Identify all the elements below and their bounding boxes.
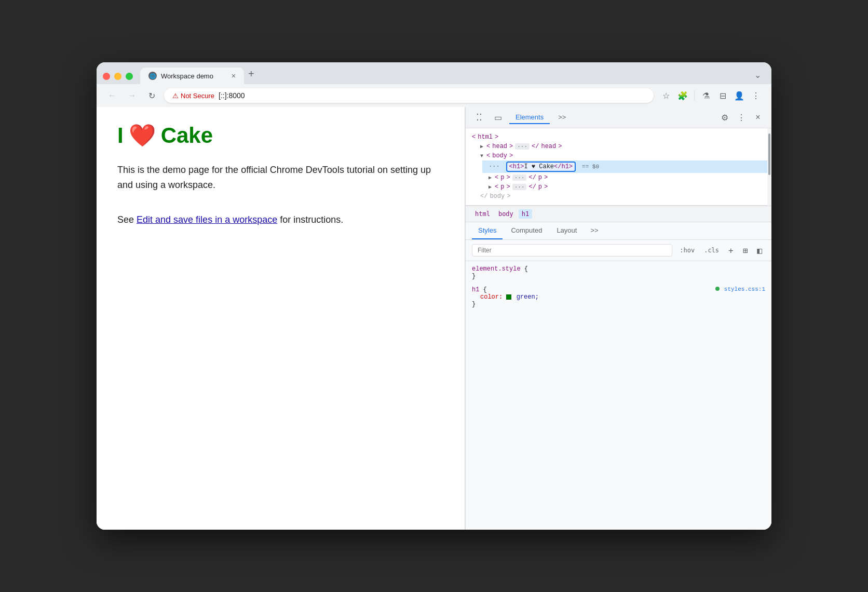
page-heading: I ❤️ Cake (117, 123, 444, 148)
h1-color-rule: color: green; (472, 293, 765, 301)
tree-row-html[interactable]: <html> (466, 132, 771, 142)
collapse-arrow-body: ▼ (480, 153, 483, 159)
hov-filter-button[interactable]: :hov (676, 246, 698, 255)
forward-button[interactable]: → (125, 88, 139, 103)
labs-button[interactable]: ⚗ (699, 88, 713, 103)
address-text: [::]:8000 (219, 91, 245, 100)
cursor-tool-button[interactable]: ⁚⁚ (472, 110, 486, 125)
devtools-more-icon: ⋮ (737, 113, 745, 123)
tab-favicon: 🌐 (148, 72, 157, 80)
collapse-arrow-p2: ▶ (489, 184, 492, 190)
ellipsis: ··· (515, 143, 530, 150)
devtools-more-button[interactable]: ⋮ (734, 110, 749, 125)
tree-row-body[interactable]: ▼ <body> (474, 151, 771, 160)
dom-badge: == $0 (582, 164, 599, 170)
tab-styles[interactable]: Styles (472, 222, 503, 239)
tree-row-p2[interactable]: ▶ <p> ··· </p> (482, 182, 771, 192)
workspace-link[interactable]: Edit and save files in a workspace (137, 214, 277, 225)
tab-layout[interactable]: Layout (550, 222, 583, 239)
window-controls (103, 73, 133, 84)
styles-filter-input[interactable] (472, 244, 672, 257)
cursor-icon: ⁚⁚ (476, 112, 482, 123)
tab-menu-button[interactable]: ⌄ (754, 70, 765, 84)
stylesheet-button[interactable]: ⊞ (740, 245, 751, 257)
scroll-thumb (768, 133, 770, 175)
maximize-window-button[interactable] (126, 73, 133, 80)
devtools-tabs: Elements >> (509, 111, 713, 124)
device-tool-button[interactable]: ▭ (491, 110, 505, 125)
styles-panel: Styles Computed Layout >> :hov .cls + ⊞ … (466, 222, 771, 530)
ellipsis-p1: ··· (512, 174, 527, 181)
tab-close-button[interactable]: × (232, 72, 236, 80)
add-rule-button[interactable]: + (725, 245, 737, 257)
link-suffix: for instructions. (280, 214, 343, 225)
address-bar[interactable]: ⚠ Not Secure [::]:8000 (164, 88, 654, 103)
back-button[interactable]: ← (105, 88, 119, 103)
computed-sidebar-button[interactable]: ◧ (754, 245, 765, 257)
collapse-arrow: ▶ (480, 143, 483, 150)
ellipsis-p2: ··· (512, 184, 527, 190)
minimize-window-button[interactable] (114, 73, 121, 80)
tab-more-styles[interactable]: >> (587, 222, 601, 239)
elements-tree-wrapper: <html> ▶ <head> ··· </head> ▼ <body> (466, 128, 771, 206)
breadcrumb-bar: html body h1 (466, 206, 771, 222)
h1-selected-element: <h1>I ♥ Cake</h1> (506, 162, 576, 172)
breadcrumb-h1[interactable]: h1 (519, 209, 532, 219)
tree-row-body-close[interactable]: </body> (474, 192, 771, 201)
page-link-paragraph: See Edit and save files in a workspace f… (117, 212, 444, 227)
element-style-close: } (472, 273, 765, 280)
nav-bar: ← → ↻ ⚠ Not Secure [::]:8000 ☆ 🧩 ⚗ (97, 84, 771, 107)
device-icon: ▭ (494, 113, 502, 123)
warning-icon: ⚠ (172, 92, 179, 100)
new-tab-button[interactable]: + (248, 68, 254, 84)
tree-row-p1[interactable]: ▶ <p> ··· </p> (482, 173, 771, 182)
more-button[interactable]: ⋮ (749, 88, 763, 103)
tab-more[interactable]: >> (552, 111, 572, 124)
reload-button[interactable]: ↻ (144, 88, 159, 103)
tree-scrollbar[interactable] (767, 128, 771, 206)
devtools-actions: ⚙ ⋮ × (717, 110, 765, 125)
tab-computed[interactable]: Computed (505, 222, 548, 239)
profile-button[interactable]: 👤 (732, 88, 747, 103)
filter-buttons: :hov .cls + ⊞ ◧ (676, 245, 765, 257)
devtools-settings-button[interactable]: ⚙ (717, 110, 732, 125)
close-window-button[interactable] (103, 73, 110, 80)
styles-tabs: Styles Computed Layout >> (466, 222, 771, 240)
collapse-arrow-p1: ▶ (489, 174, 492, 181)
styles-content: element.style { } h1 { (466, 261, 771, 530)
labs-icon: ⚗ (702, 91, 710, 101)
cls-filter-button[interactable]: .cls (701, 246, 722, 255)
more-icon: ⋮ (752, 91, 760, 101)
color-swatch[interactable] (506, 294, 511, 300)
css-source-link[interactable]: styles.css:1 (715, 286, 765, 292)
link-prefix: See (117, 214, 134, 225)
extensions-button[interactable]: 🧩 (675, 88, 690, 103)
heading-i: I (117, 123, 124, 148)
tree-row-h1[interactable]: ··· <h1>I ♥ Cake</h1> == $0 (482, 160, 771, 173)
breadcrumb-html[interactable]: html (472, 209, 493, 219)
split-button[interactable]: ⊟ (715, 88, 730, 103)
page-body-text: This is the demo page for the official C… (117, 163, 444, 193)
devtools-close-button[interactable]: × (751, 110, 765, 125)
bookmark-icon: ☆ (662, 91, 670, 101)
tab-title: Workspace demo (161, 72, 213, 80)
tag-bracket: < (472, 133, 476, 141)
devtools-panel: ⁚⁚ ▭ Elements >> ⚙ (465, 107, 771, 530)
tab-elements[interactable]: Elements (509, 111, 550, 124)
element-style-selector: element.style { (472, 265, 765, 273)
breadcrumb-body[interactable]: body (495, 209, 517, 219)
active-tab[interactable]: 🌐 Workspace demo × (140, 68, 244, 84)
devtools-toolbar: ⁚⁚ ▭ Elements >> ⚙ (466, 107, 771, 128)
nav-actions: ☆ 🧩 ⚗ ⊟ 👤 ⋮ (659, 88, 763, 103)
h1-rule-header: h1 { styles.css:1 (472, 286, 765, 293)
extensions-icon: 🧩 (677, 91, 688, 101)
profile-icon: 👤 (734, 91, 744, 101)
tab-bar: 🌐 Workspace demo × + ⌄ (97, 62, 771, 84)
tree-row-head[interactable]: ▶ <head> ··· </head> (474, 142, 771, 151)
h1-rule-close: } (472, 301, 765, 308)
webpage-content: I ❤️ Cake This is the demo page for the … (97, 107, 465, 530)
bookmark-button[interactable]: ☆ (659, 88, 673, 103)
element-style-rule: element.style { } (472, 265, 765, 280)
source-dot (715, 287, 720, 291)
not-secure-indicator: ⚠ Not Secure (172, 92, 214, 100)
